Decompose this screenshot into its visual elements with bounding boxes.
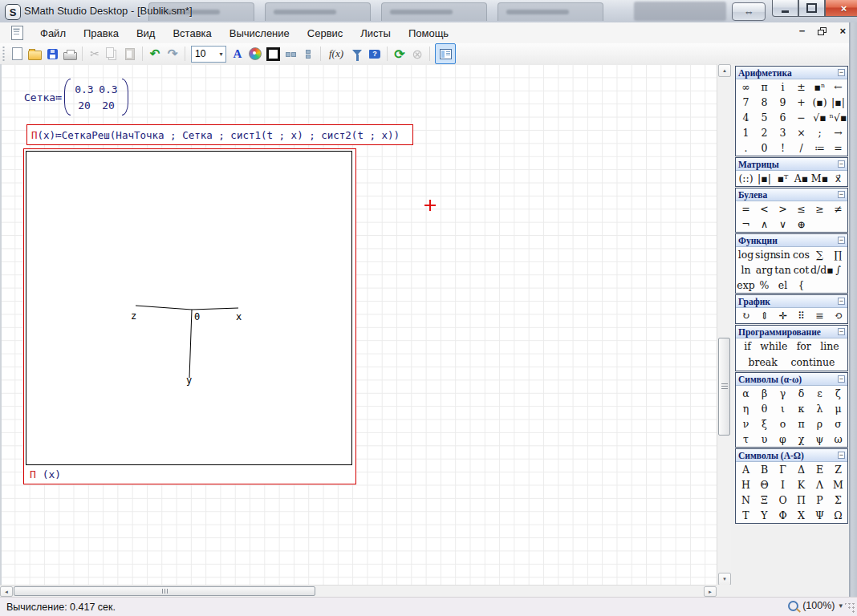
palette-button[interactable]: continue <box>789 355 836 371</box>
palette-button[interactable]: β <box>755 386 774 401</box>
palette-button[interactable]: μ <box>829 401 847 416</box>
palette-button[interactable]: if <box>742 338 753 355</box>
menu-item-8[interactable]: Помощь <box>400 24 457 43</box>
palette-button[interactable]: ⇕ <box>755 308 774 323</box>
palette-button[interactable]: λ <box>810 401 829 416</box>
panel-header[interactable]: Символы (А-Ω)− <box>736 449 847 462</box>
palette-button[interactable]: ≠ <box>829 201 847 217</box>
recalculate-button[interactable]: ⟳ <box>391 45 408 63</box>
palette-button[interactable]: Δ <box>792 462 810 477</box>
copy-button[interactable] <box>104 45 121 63</box>
scroll-up-button[interactable]: ▲ <box>718 64 731 77</box>
palette-button[interactable]: π <box>792 416 810 432</box>
menu-item-7[interactable]: Листы <box>351 24 400 43</box>
palette-button[interactable]: Η <box>737 477 755 492</box>
plot-region-selected[interactable]: z 0 x y П (x) <box>23 148 356 484</box>
palette-button[interactable]: Θ <box>755 477 774 492</box>
palette-button[interactable]: Χ <box>792 508 810 523</box>
palette-button[interactable]: Ξ <box>755 492 774 508</box>
palette-button[interactable]: ▪ⁿ <box>810 79 829 95</box>
palette-button[interactable]: τ <box>737 432 755 447</box>
palette-button[interactable]: ι <box>774 401 792 416</box>
horizontal-scrollbar[interactable]: ◄ ► <box>0 585 717 597</box>
panel-header[interactable]: Символы (α-ω)− <box>736 373 847 386</box>
menu-item-3[interactable]: Вид <box>128 24 164 43</box>
collapse-icon[interactable]: − <box>838 191 845 198</box>
palette-button[interactable]: α <box>737 386 755 401</box>
palette-button[interactable]: { <box>792 278 810 293</box>
mdi-close-button[interactable]: × <box>839 26 846 37</box>
palette-button[interactable]: ≔ <box>810 140 829 156</box>
palette-button[interactable]: 3 <box>774 125 792 140</box>
font-size-combobox[interactable]: 10 ▾ <box>191 46 226 63</box>
palette-button[interactable]: ! <box>774 140 792 156</box>
panel-header[interactable]: Функции− <box>736 234 847 247</box>
palette-button[interactable]: tan <box>774 262 792 278</box>
palette-button[interactable]: break <box>746 355 778 371</box>
vertical-separator-button[interactable] <box>299 45 317 63</box>
palette-button[interactable]: 7 <box>737 95 755 110</box>
palette-button[interactable]: ω <box>829 432 847 447</box>
horizontal-separator-button[interactable] <box>282 45 299 63</box>
collapse-icon[interactable]: − <box>838 237 845 244</box>
collapse-icon[interactable]: − <box>838 69 845 76</box>
palette-button[interactable]: Τ <box>737 508 755 523</box>
palette-button[interactable]: π <box>755 79 774 95</box>
palette-button[interactable]: el <box>774 278 792 293</box>
menu-item-5[interactable]: Вычисление <box>221 24 299 43</box>
palette-button[interactable]: arg <box>755 262 774 278</box>
palette-button[interactable]: A▪ <box>792 171 810 186</box>
palette-button[interactable]: − <box>792 110 810 125</box>
background-color-button[interactable] <box>246 45 264 63</box>
palette-button[interactable]: 6 <box>774 110 792 125</box>
palette-button[interactable]: 1 <box>737 125 755 140</box>
panel-header[interactable]: Программирование− <box>736 326 847 338</box>
palette-button[interactable]: > <box>774 201 792 217</box>
palette-button[interactable]: |▪| <box>755 171 774 186</box>
palette-button[interactable]: Λ <box>810 477 829 492</box>
palette-button[interactable]: √▪ <box>810 110 829 125</box>
collapse-icon[interactable]: − <box>838 298 845 305</box>
new-document-button[interactable] <box>8 45 26 63</box>
chevron-down-icon[interactable]: ▾ <box>217 51 225 58</box>
palette-button[interactable]: θ <box>755 401 774 416</box>
font-color-button[interactable]: A <box>229 45 246 63</box>
border-button[interactable] <box>264 45 282 63</box>
palette-button[interactable]: ≥ <box>810 201 829 217</box>
palette-button[interactable]: sin <box>774 247 792 262</box>
palette-button[interactable]: cot <box>792 262 810 278</box>
palette-button[interactable]: % <box>755 278 774 293</box>
palette-button[interactable]: ∑ <box>810 247 829 262</box>
palette-button[interactable]: ⠿ <box>792 308 810 323</box>
palette-button[interactable]: Κ <box>792 477 810 492</box>
palette-button[interactable]: σ <box>829 416 847 432</box>
paste-button[interactable] <box>121 45 139 63</box>
palette-button[interactable]: ⟲ <box>829 308 847 323</box>
palette-button[interactable]: → <box>829 125 847 140</box>
maximize-button[interactable] <box>798 0 825 17</box>
save-button[interactable] <box>43 45 61 63</box>
palette-button[interactable]: Ο <box>774 492 792 508</box>
palette-button[interactable]: Β <box>755 462 774 477</box>
palette-button[interactable]: δ <box>792 386 810 401</box>
vertical-scrollbar-thumb[interactable] <box>718 338 730 436</box>
palette-button[interactable]: Ρ <box>810 492 829 508</box>
palette-button[interactable]: = <box>737 201 755 217</box>
palette-button[interactable]: ln <box>737 262 755 278</box>
palette-button[interactable]: = <box>829 140 847 156</box>
palette-button[interactable]: exp <box>737 278 755 293</box>
mdi-minimize-button[interactable]: − <box>799 26 806 37</box>
palette-button[interactable]: ← <box>829 79 847 95</box>
reference-book-button[interactable]: ? <box>366 45 384 63</box>
palette-button[interactable]: κ <box>792 401 810 416</box>
palette-button[interactable]: ; <box>810 125 829 140</box>
palette-button[interactable]: Σ <box>829 492 847 508</box>
palette-button[interactable]: Π <box>792 492 810 508</box>
palette-button[interactable]: 4 <box>737 110 755 125</box>
menu-item-1[interactable]: Файл <box>31 24 75 43</box>
palette-button[interactable]: ≤ <box>792 201 810 217</box>
collapse-icon[interactable]: − <box>838 452 845 459</box>
collapse-icon[interactable]: − <box>838 328 845 335</box>
palette-button[interactable]: Μ <box>829 477 847 492</box>
window-resize-button[interactable]: ⇔ <box>732 2 766 21</box>
